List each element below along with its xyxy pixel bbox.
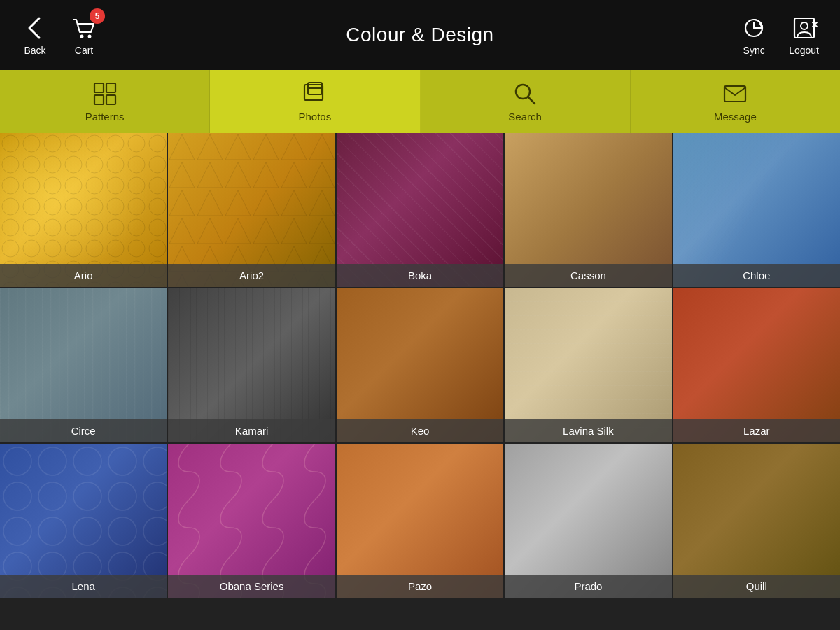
header: Back 5 Cart Colour & Design Sync [0,0,840,70]
nav-patterns-label: Patterns [85,111,125,122]
grid-item-prado[interactable]: Prado [505,444,671,598]
grid-item-ario[interactable]: Ario [0,133,167,287]
sync-button[interactable]: Sync [740,14,768,56]
grid-item-lavina[interactable]: Lavina Silk [505,288,671,442]
grid-item-casson[interactable]: Casson [505,133,671,287]
grid-item-pazo[interactable]: Pazo [337,444,503,598]
product-grid: ArioArio2BokaCassonChloeCirceKamariKeoLa… [0,133,840,630]
cart-button[interactable]: 5 Cart [70,14,98,56]
grid-item-label-pazo: Pazo [337,575,503,598]
grid-item-boka[interactable]: Boka [337,133,503,287]
grid-item-keo[interactable]: Keo [337,288,503,442]
svg-rect-11 [94,95,104,104]
grid-item-label-keo: Keo [337,419,503,442]
grid-item-circe[interactable]: Circe [0,288,167,442]
grid-item-label-ario2: Ario2 [168,264,335,287]
grid-item-label-boka: Boka [337,264,503,287]
grid-item-label-lazar: Lazar [673,419,840,442]
grid-item-lena[interactable]: Lena [0,444,167,598]
svg-line-17 [528,97,535,104]
grid-item-label-obana: Obana Series [168,575,335,598]
svg-point-1 [88,35,92,38]
cart-label: Cart [75,45,93,56]
svg-point-16 [516,85,530,99]
svg-rect-10 [106,83,115,92]
grid-item-label-prado: Prado [505,575,671,598]
header-left: Back 5 Cart [21,14,98,56]
grid-item-label-kamari: Kamari [168,419,335,442]
grid-item-label-circe: Circe [0,419,167,442]
grid-item-ario2[interactable]: Ario2 [168,133,335,287]
svg-point-6 [801,22,808,29]
grid-item-label-chloe: Chloe [673,264,840,287]
svg-rect-9 [94,83,104,92]
grid-item-quill[interactable]: Quill [673,444,840,598]
header-title: Colour & Design [346,24,493,46]
logout-label: Logout [789,45,819,56]
grid-item-label-ario: Ario [0,264,167,287]
grid-item-label-lena: Lena [0,575,167,598]
cart-badge: 5 [90,8,105,24]
svg-rect-18 [724,86,746,102]
nav-search-label: Search [508,111,542,122]
sync-label: Sync [743,45,765,56]
nav-message-label: Message [714,111,757,122]
grid-item-label-casson: Casson [505,264,671,287]
header-right: Sync Logout [740,14,819,56]
back-button[interactable]: Back [21,14,49,56]
nav-message[interactable]: Message [631,70,840,133]
nav-photos-label: Photos [299,111,332,122]
back-label: Back [24,45,46,56]
grid-item-obana[interactable]: Obana Series [168,444,335,598]
nav-patterns[interactable]: Patterns [0,70,210,133]
grid-item-lazar[interactable]: Lazar [673,288,840,442]
logout-button[interactable]: Logout [789,14,819,56]
svg-rect-12 [106,95,115,104]
grid-item-label-quill: Quill [673,575,840,598]
navbar: Patterns Photos Search Message [0,70,840,133]
svg-rect-13 [304,85,323,100]
grid-item-label-lavina: Lavina Silk [505,419,671,442]
grid-item-kamari[interactable]: Kamari [168,288,335,442]
grid-item-chloe[interactable]: Chloe [673,133,840,287]
svg-point-0 [80,35,84,38]
nav-photos[interactable]: Photos [210,70,420,133]
nav-search[interactable]: Search [421,70,631,133]
